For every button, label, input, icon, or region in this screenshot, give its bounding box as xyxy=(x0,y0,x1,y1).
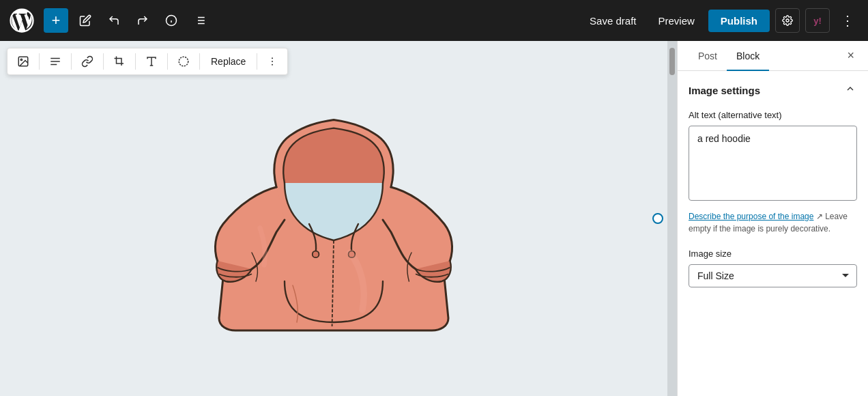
text-tool-button[interactable] xyxy=(140,51,163,72)
more-options-button[interactable]: ⋮ xyxy=(835,7,860,34)
image-settings-section: Image settings xyxy=(689,82,857,99)
svg-point-10 xyxy=(786,19,789,22)
scroll-track[interactable] xyxy=(667,41,677,396)
block-more-options-button[interactable] xyxy=(261,52,283,71)
hoodie-image[interactable] xyxy=(0,82,667,396)
sidebar-tabs: Post Block × xyxy=(678,41,868,71)
align-tool-button[interactable] xyxy=(44,51,67,72)
scroll-thumb[interactable] xyxy=(669,48,675,75)
divider-4 xyxy=(135,53,136,70)
image-size-select[interactable]: Full Size Large Medium Thumbnail xyxy=(689,264,857,287)
add-block-button[interactable]: + xyxy=(44,8,68,33)
info-button[interactable] xyxy=(160,9,183,32)
divider-3 xyxy=(103,53,104,70)
preview-button[interactable]: Preview xyxy=(650,10,702,32)
publish-button[interactable]: Publish xyxy=(708,10,770,32)
main-area: Replace xyxy=(0,41,868,396)
svg-point-22 xyxy=(313,251,319,258)
divider-7 xyxy=(257,53,257,70)
image-size-section: Image size Full Size Large Medium Thumbn… xyxy=(689,249,857,287)
divider-1 xyxy=(39,53,40,70)
replace-button[interactable]: Replace xyxy=(204,52,252,71)
undo-button[interactable] xyxy=(102,9,126,32)
sidebar-close-button[interactable]: × xyxy=(844,46,857,66)
crop-tool-button[interactable] xyxy=(108,51,131,72)
divider-2 xyxy=(71,53,72,70)
link-tool-button[interactable] xyxy=(76,51,99,72)
tab-block[interactable]: Block xyxy=(727,41,769,71)
alt-text-helper: Describe the purpose of the image ↗ Leav… xyxy=(689,210,857,235)
divider-5 xyxy=(167,53,168,70)
top-toolbar: + xyxy=(0,0,868,41)
save-draft-button[interactable]: Save draft xyxy=(581,10,644,32)
describe-purpose-link[interactable]: Describe the purpose of the image xyxy=(689,212,813,221)
right-sidebar: Post Block × Image settings Alt text (al… xyxy=(677,41,868,396)
redo-button[interactable] xyxy=(131,9,154,32)
edit-tool-button[interactable] xyxy=(74,9,97,32)
svg-point-20 xyxy=(272,61,273,62)
section-collapse-button[interactable] xyxy=(843,82,857,99)
block-toolbar: Replace xyxy=(7,48,288,75)
svg-point-19 xyxy=(272,57,273,59)
list-view-button[interactable] xyxy=(188,9,212,32)
resize-handle[interactable] xyxy=(652,213,663,224)
alt-text-field-wrapper: Alt text (alternative text) xyxy=(689,110,857,203)
alt-text-input[interactable] xyxy=(689,126,857,201)
section-title: Image settings xyxy=(689,85,760,96)
sidebar-content: Image settings Alt text (alternative tex… xyxy=(678,71,868,298)
wp-logo[interactable] xyxy=(8,7,35,34)
divider-6 xyxy=(199,53,200,70)
yoast-button[interactable]: y! xyxy=(805,8,830,33)
image-tool-button[interactable] xyxy=(12,51,35,72)
alt-text-label: Alt text (alternative text) xyxy=(689,110,857,120)
external-link-icon: ↗ xyxy=(816,212,823,221)
settings-button[interactable] xyxy=(775,8,800,33)
toolbar-right: Save draft Preview Publish y! ⋮ xyxy=(581,7,860,34)
svg-point-12 xyxy=(20,59,22,60)
image-size-label: Image size xyxy=(689,249,857,259)
tab-post[interactable]: Post xyxy=(689,41,727,71)
editor-canvas: Replace xyxy=(0,41,677,396)
svg-point-21 xyxy=(272,64,273,66)
svg-point-18 xyxy=(179,57,188,66)
select-tool-button[interactable] xyxy=(172,51,195,72)
